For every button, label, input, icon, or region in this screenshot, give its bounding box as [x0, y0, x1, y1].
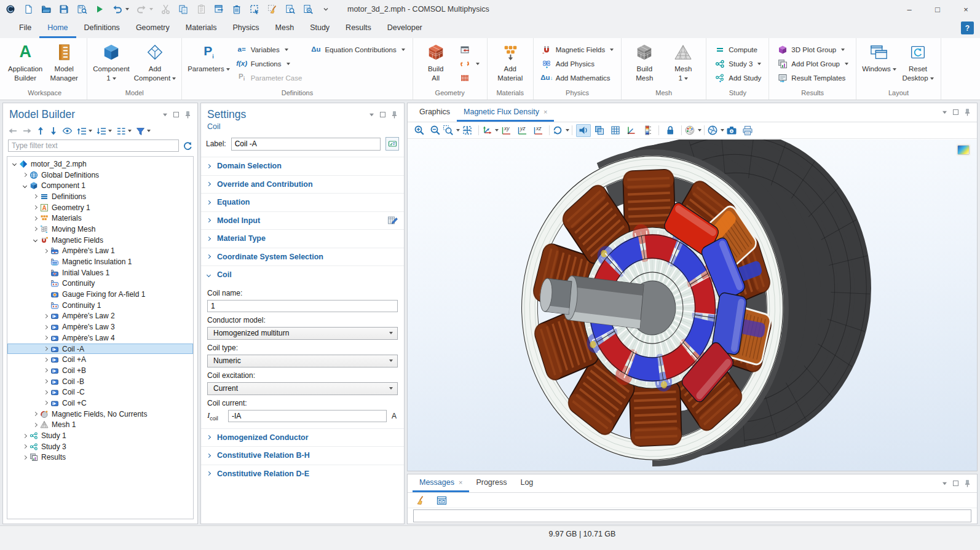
expand-arrow-icon[interactable] — [41, 249, 50, 253]
menu-tab-developer[interactable]: Developer — [379, 18, 430, 38]
expand-arrow-icon[interactable] — [41, 380, 50, 383]
menu-tab-file[interactable]: File — [11, 18, 39, 38]
help-button[interactable]: ? — [961, 22, 974, 34]
new-file-button[interactable] — [23, 4, 34, 15]
add-plot-group-button[interactable]: Add Plot Group — [775, 57, 850, 70]
reset-desktop-button[interactable]: Reset Desktop — [901, 41, 935, 83]
add-component-button[interactable]: Add Component — [134, 41, 176, 83]
collapse-arrow-icon[interactable] — [31, 238, 39, 242]
add-study-button[interactable]: Add Study — [712, 71, 763, 84]
tab-messages[interactable]: Messages× — [413, 474, 469, 492]
collapse-all-button[interactable] — [97, 127, 112, 136]
zoom-box-button[interactable] — [444, 124, 459, 137]
add-material-button[interactable]: Add Material — [493, 41, 528, 83]
view-xy-button[interactable]: xy — [499, 124, 513, 137]
expand-arrow-icon[interactable] — [41, 347, 50, 350]
customize-toolbar-button[interactable] — [320, 4, 331, 15]
expand-arrow-icon[interactable] — [41, 315, 50, 318]
menu-tab-study[interactable]: Study — [302, 18, 338, 38]
print-button[interactable] — [740, 124, 755, 137]
tree-node-moving-mesh[interactable]: Moving Mesh — [7, 224, 193, 235]
coil-excitation-select[interactable]: Current — [207, 382, 398, 395]
save-button[interactable] — [58, 4, 69, 15]
screenshot-button[interactable] — [724, 124, 739, 137]
tree-node-coil-+c[interactable]: Coil +C — [7, 398, 193, 409]
zoom-extents-button[interactable] — [460, 124, 475, 137]
color-legend-button[interactable] — [640, 124, 655, 137]
menu-tab-mesh[interactable]: Mesh — [267, 18, 302, 38]
pin-panel-icon[interactable] — [184, 111, 191, 119]
redo-button[interactable] — [136, 4, 147, 15]
add-physics-button[interactable]: Add Physics — [539, 57, 616, 70]
tree-node-mesh-1[interactable]: Mesh 1 — [7, 420, 193, 431]
motor-3d-visualization[interactable] — [408, 139, 977, 471]
expand-arrow-icon[interactable] — [41, 326, 50, 329]
tab-log[interactable]: Log — [513, 474, 540, 492]
coil-current-input[interactable] — [228, 410, 387, 422]
rename-icon[interactable] — [385, 137, 399, 151]
zoom-out-button[interactable] — [428, 124, 443, 137]
expand-arrow-icon[interactable] — [31, 227, 39, 230]
tree-node-amp-re-s-law-1[interactable]: DAmpère's Law 1 — [7, 246, 193, 257]
float-panel-icon[interactable] — [953, 109, 958, 115]
run-button[interactable] — [94, 4, 105, 15]
expand-arrow-icon[interactable] — [31, 195, 39, 198]
tree-node-magnetic-fields[interactable]: Magnetic Fields — [7, 235, 193, 246]
tree-node-magnetic-insulation-1[interactable]: DMagnetic Insulation 1 — [7, 256, 193, 267]
equation-contributions-button[interactable]: ΔuEquation Contributions — [308, 43, 406, 56]
graphics-viewport[interactable] — [408, 139, 977, 471]
select-button[interactable] — [249, 4, 260, 15]
expand-arrow-icon[interactable] — [31, 412, 39, 415]
tree-filter-input[interactable] — [8, 139, 179, 152]
compute-button[interactable]: Compute — [712, 43, 763, 56]
rotate-view-button[interactable] — [553, 124, 568, 137]
expand-arrow-icon[interactable] — [41, 369, 50, 372]
section-constitutive-relation-b-h[interactable]: Constitutive Relation B-H — [201, 447, 404, 465]
component-1-button[interactable]: Component 1 — [93, 41, 129, 83]
maximize-button[interactable]: □ — [923, 0, 952, 18]
conductor-model-select[interactable]: Homogenized multiturn — [207, 327, 398, 340]
copy-button[interactable] — [178, 4, 189, 15]
insert-sequence-button[interactable] — [457, 43, 481, 56]
menu-tab-results[interactable]: Results — [338, 18, 379, 38]
section-override-and-contribution[interactable]: Override and Contribution — [201, 176, 404, 194]
tree-node-magnetic-fields-no-currents[interactable]: Magnetic Fields, No Currents — [7, 409, 193, 420]
study-select[interactable]: Study 3 — [712, 57, 763, 70]
find-button[interactable] — [285, 4, 296, 15]
move-down-button[interactable] — [49, 126, 58, 136]
collapse-arrow-icon[interactable] — [20, 184, 29, 187]
build-mesh-button[interactable]: Build Mesh — [627, 41, 662, 83]
tree-node-amp-re-s-law-3[interactable]: Ampère's Law 3 — [7, 321, 193, 332]
refresh-icon[interactable] — [183, 141, 192, 151]
menu-tab-definitions[interactable]: Definitions — [76, 18, 128, 38]
section-homogenized-conductor[interactable]: Homogenized Conductor — [201, 429, 404, 447]
tree-node-coil--c[interactable]: Coil -C — [7, 387, 193, 398]
coil-name-input[interactable] — [207, 300, 398, 312]
panel-menu-icon[interactable] — [369, 112, 374, 117]
tree-node-initial-values-1[interactable]: DInitial Values 1 — [7, 267, 193, 278]
move-up-button[interactable] — [36, 126, 45, 136]
tree-node-motor-3d-2-mph[interactable]: motor_3d_2.mph — [7, 159, 193, 170]
expand-arrow-icon[interactable] — [20, 434, 29, 438]
expand-arrow-icon[interactable] — [31, 217, 39, 220]
duplicate-button[interactable] — [213, 4, 224, 15]
expand-arrow-icon[interactable] — [41, 336, 50, 339]
scene-light-button[interactable] — [576, 124, 591, 137]
expand-arrow-icon[interactable] — [31, 206, 39, 209]
rebuild-button[interactable] — [457, 57, 481, 70]
tree-node-coil-+b[interactable]: Coil +B — [7, 365, 193, 376]
close-button[interactable]: × — [952, 0, 980, 18]
section-coil[interactable]: Coil — [201, 266, 404, 284]
lock-view-button[interactable] — [663, 124, 678, 137]
clear-messages-button[interactable] — [413, 494, 428, 507]
virtual-operations-button[interactable] — [457, 71, 481, 84]
pin-panel-icon[interactable] — [391, 111, 398, 119]
tree-node-geometry-1[interactable]: AGeometry 1 — [7, 202, 193, 213]
tree-node-coil--b[interactable]: Coil -B — [7, 376, 193, 387]
cut-button[interactable] — [160, 4, 171, 15]
expand-arrow-icon[interactable] — [41, 391, 50, 394]
zoom-in-button[interactable] — [412, 124, 427, 137]
variables-button[interactable]: a=Variables — [234, 43, 304, 56]
panel-menu-icon[interactable] — [942, 110, 947, 114]
axis-orientation-button[interactable] — [624, 124, 639, 137]
